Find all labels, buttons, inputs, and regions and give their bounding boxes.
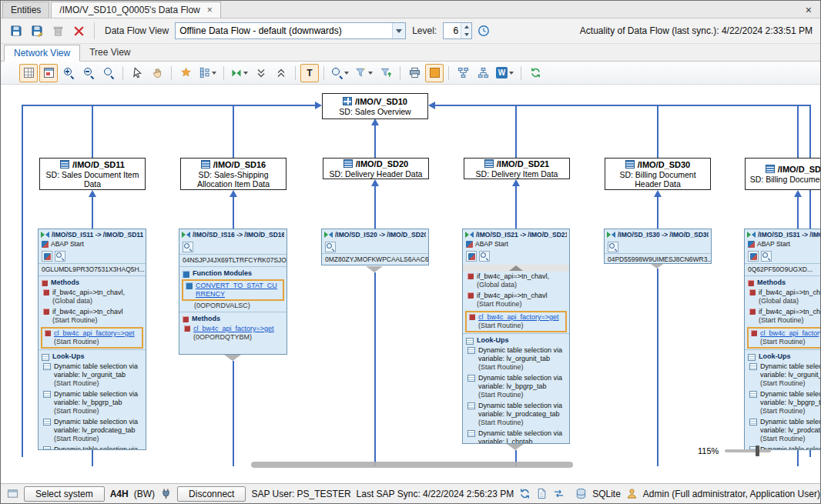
- edge: [22, 105, 317, 106]
- disconnect-button[interactable]: Disconnect: [177, 486, 246, 502]
- inspect-button[interactable]: [55, 251, 65, 262]
- delete-button[interactable]: [49, 22, 67, 40]
- transformation-subtitle: ABAP Start: [475, 240, 508, 249]
- method-link[interactable]: cl_bw4c_api_factory=>get: [478, 313, 563, 322]
- actuality-clock-button[interactable]: [474, 22, 493, 40]
- more-content-indicator[interactable]: [507, 444, 524, 450]
- transformation-sd-is30[interactable]: /IMO/SD_IS30 -> /IMO/D_SD30 04PD55998W9U…: [604, 229, 712, 264]
- tree-view-label: Tree View: [89, 47, 130, 58]
- arrowhead: [654, 190, 662, 197]
- select-system-button[interactable]: Select system: [24, 486, 105, 502]
- tab-entities[interactable]: Entities: [2, 2, 49, 18]
- auto-layout-button[interactable]: [176, 64, 195, 82]
- highlight-color-button[interactable]: [425, 64, 444, 82]
- inspect-button[interactable]: [479, 251, 490, 262]
- save-as-button[interactable]: [28, 22, 46, 40]
- method-icon: [749, 289, 756, 295]
- word-export-button[interactable]: W: [494, 64, 516, 82]
- transformation-sd-is16[interactable]: /IMO/SD_IS16 -> /IMO/D_SD16 04NSJPJ4JX69…: [179, 229, 287, 355]
- transformation-sd-is21[interactable]: /IMO/SD_IS21 -> /IMO/D_SD21 ABAP Start i…: [462, 229, 570, 444]
- hierarchic-layout-button[interactable]: [196, 64, 219, 82]
- more-content-indicator[interactable]: [224, 355, 241, 361]
- pointer-tool-button[interactable]: [128, 64, 146, 82]
- clear-filter-button[interactable]: [377, 64, 395, 82]
- flow-direction-button[interactable]: [229, 64, 250, 82]
- data-flow-view-select[interactable]: Offline Data Flow - default (downwards): [175, 22, 406, 39]
- zoom-slider-handle[interactable]: [756, 446, 759, 456]
- lookup-item: Dynamic table selection via variable: lv…: [463, 345, 569, 373]
- expand-all-button[interactable]: [272, 64, 290, 82]
- scroll-up-indicator[interactable]: [463, 265, 569, 272]
- method-item: cl_bw4c_api_factory=>get(0OPORDQTYBM): [179, 324, 287, 343]
- document-tabbar: Entities /IMO/V_SD10_Q0005's Data Flow ×…: [1, 1, 820, 18]
- more-content-indicator[interactable]: [366, 266, 383, 272]
- combo-dropdown-button[interactable]: [392, 23, 405, 38]
- sync-log-button[interactable]: [536, 487, 548, 501]
- zoom-out-button[interactable]: [79, 64, 98, 82]
- transformation-title: /IMO/SD_IS11 -> /IMO/D_SD11: [52, 231, 143, 239]
- actuality-text: Actuality of Data Flow (last sync.): 4/2…: [580, 25, 814, 36]
- zoom-reset-button[interactable]: [99, 64, 118, 82]
- node-d-sd16[interactable]: /IMO/D_SD16 SD: Sales-Shipping Allocatio…: [180, 158, 287, 190]
- abap-routine-button[interactable]: [42, 251, 52, 262]
- abap-routine-button[interactable]: [748, 251, 759, 262]
- inspect-button[interactable]: [325, 242, 336, 252]
- overview-button[interactable]: [39, 64, 58, 82]
- function-module-link[interactable]: CONVERT_TO_STAT_CURRENCY: [196, 282, 280, 299]
- print-button[interactable]: [405, 64, 424, 82]
- node-d-sd11[interactable]: /IMO/D_SD11 SD: Sales Document Item Data: [39, 158, 146, 190]
- tab-dataflow[interactable]: /IMO/V_SD10_Q0005's Data Flow ×: [51, 2, 220, 18]
- section-label: Look-Ups: [477, 336, 509, 345]
- method-item-highlighted[interactable]: cl_bw4c_api_factory=>get(Start Routine): [747, 327, 820, 349]
- pan-tool-button[interactable]: [148, 64, 166, 82]
- zoom-in-button[interactable]: [59, 64, 78, 82]
- node-d-sd20[interactable]: /IMO/D_SD20 SD: Delivery Header Data: [323, 158, 429, 179]
- edge: [374, 186, 376, 229]
- magnifier-icon: [184, 243, 192, 251]
- sync-refresh-button[interactable]: [519, 487, 531, 501]
- discard-button[interactable]: [69, 22, 88, 40]
- tree-down-button[interactable]: [474, 64, 492, 82]
- level-spinner[interactable]: 6: [443, 22, 472, 39]
- inspect-button[interactable]: [761, 251, 772, 262]
- inspect-button[interactable]: [183, 242, 193, 252]
- method-link[interactable]: cl_bw4c_api_factory=>get: [54, 329, 139, 338]
- function-module-item-highlighted[interactable]: CONVERT_TO_STAT_CURRENCY: [182, 279, 284, 301]
- method-link[interactable]: cl_bw4c_api_factory=>get: [193, 325, 283, 333]
- double-chevron-down-icon: [256, 68, 266, 78]
- horizontal-scrollbar[interactable]: [251, 462, 573, 468]
- text-tool-button[interactable]: T: [300, 64, 319, 82]
- zoom-slider[interactable]: [725, 449, 771, 452]
- tree-up-button[interactable]: [454, 64, 472, 82]
- transformation-title: /IMO/SD_IS21 -> /IMO/D_SD21: [476, 231, 567, 239]
- search-button[interactable]: [329, 64, 351, 82]
- spinner-down-button[interactable]: [461, 31, 471, 38]
- collapse-all-button[interactable]: [252, 64, 270, 82]
- double-chevron-up-icon: [276, 68, 287, 78]
- refresh-layout-button[interactable]: [526, 64, 545, 82]
- method-icon: [749, 309, 756, 315]
- node-v-sd10[interactable]: /IMO/V_SD10 SD: Sales Overview: [322, 93, 428, 119]
- pane-close-icon[interactable]: ×: [799, 5, 819, 15]
- transformation-sd-is11[interactable]: /IMO/SD_IS11 -> /IMO/D_SD11 ABAP Start 0…: [38, 229, 146, 450]
- method-link[interactable]: cl_bw4c_api_factory=>get: [760, 329, 820, 338]
- node-d-sd31[interactable]: /IMO/D_SD31 SD: Billing Document Data: [745, 158, 820, 190]
- method-item-highlighted[interactable]: cl_bw4c_api_factory=>get(Start Routine): [41, 327, 143, 349]
- compare-button[interactable]: [553, 487, 565, 501]
- filter-button[interactable]: [353, 64, 375, 82]
- inspect-button[interactable]: [608, 242, 618, 252]
- arrowhead: [512, 179, 520, 186]
- method-item-highlighted[interactable]: cl_bw4c_api_factory=>get(Start Routine): [465, 311, 567, 332]
- tab-tree-view[interactable]: Tree View: [80, 44, 139, 61]
- transformation-sd-is20[interactable]: /IMO/SD_IS20 -> /IMO/D_SD20 0MZ80ZYJMOFK…: [321, 229, 429, 265]
- transformation-sd-is31[interactable]: /IMO/SD_IS31 -> /IMO/D_SD31 ABAP Start 0…: [744, 229, 820, 450]
- abap-routine-button[interactable]: [466, 251, 477, 262]
- save-button[interactable]: [7, 22, 25, 40]
- snap-grid-button[interactable]: [19, 64, 38, 82]
- graph-canvas[interactable]: /IMO/V_SD10 SD: Sales Overview /IMO/D_SD…: [1, 85, 820, 483]
- node-d-sd21[interactable]: /IMO/D_SD21 SD: Delivery Item Data: [464, 158, 570, 179]
- node-d-sd30[interactable]: /IMO/D_SD30 SD: Billing Document Header …: [605, 158, 711, 190]
- spinner-up-button[interactable]: [461, 23, 471, 31]
- tab-close-icon[interactable]: ×: [207, 5, 213, 15]
- tab-network-view[interactable]: Network View: [4, 45, 80, 62]
